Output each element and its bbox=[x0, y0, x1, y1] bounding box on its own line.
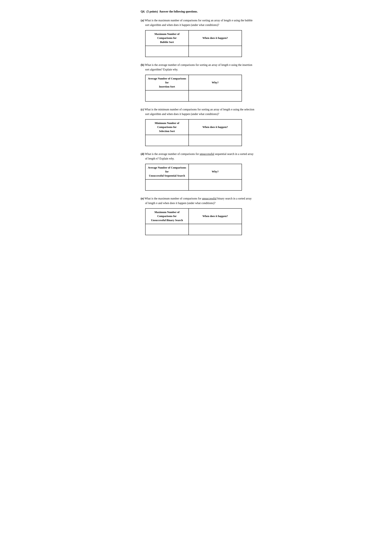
table-c-answer-row bbox=[145, 135, 242, 146]
var-n-a: n bbox=[232, 19, 233, 22]
sub-question-e: (e) What is the maximum number of compar… bbox=[141, 196, 255, 235]
table-d-col2-header: Why? bbox=[189, 164, 242, 180]
sub-question-e-text: (e) What is the maximum number of compar… bbox=[141, 196, 255, 206]
table-a-col2-header: When does it happen? bbox=[189, 30, 242, 46]
table-a-answer-row bbox=[145, 46, 242, 57]
sub-question-b: (b) What is the average number of compar… bbox=[141, 63, 255, 102]
table-a-header-row: Maximum Number of Comparisons forBubble … bbox=[145, 30, 242, 46]
table-b-header-row: Average Number of Comparisons forInserti… bbox=[145, 75, 242, 90]
table-d-header-row: Average Number of Comparisons forUnsucce… bbox=[145, 164, 242, 180]
var-n-b: n bbox=[229, 63, 231, 67]
question-header: Q4. (5 points) Answer the following ques… bbox=[141, 9, 255, 14]
table-b-col1-answer bbox=[145, 90, 189, 101]
sub-question-c: (c) What is the minimum number of compar… bbox=[141, 107, 255, 146]
table-e-col2-answer bbox=[189, 224, 242, 235]
table-d-col2-answer bbox=[189, 180, 242, 190]
table-e-col1-answer bbox=[145, 224, 189, 235]
sub-label-e: (e) bbox=[141, 197, 144, 200]
table-e-col1-header: Maximum Number of Comparisons forUnsucce… bbox=[145, 208, 189, 224]
sub-question-d: (d) What is the average number of compar… bbox=[141, 152, 255, 191]
sub-label-a: (a) bbox=[141, 19, 144, 22]
sub-question-a: (a) What is the maximum number of compar… bbox=[141, 18, 255, 57]
table-b: Average Number of Comparisons forInserti… bbox=[145, 75, 242, 102]
table-container-e: Maximum Number of Comparisons forUnsucce… bbox=[141, 208, 255, 235]
table-b-col1-header: Average Number of Comparisons forInserti… bbox=[145, 75, 189, 90]
question-points: (5 points) bbox=[147, 10, 158, 13]
table-a: Maximum Number of Comparisons forBubble … bbox=[145, 30, 242, 57]
sub-label-b: (b) bbox=[141, 63, 144, 67]
table-a-col1-header: Maximum Number of Comparisons forBubble … bbox=[145, 30, 189, 46]
table-container-c: Minimum Number of Comparisons forSelecti… bbox=[141, 119, 255, 146]
table-c-header-row: Minimum Number of Comparisons forSelecti… bbox=[145, 119, 242, 135]
table-container-a: Maximum Number of Comparisons forBubble … bbox=[141, 30, 255, 57]
unsuccessful-e: unsuccessful bbox=[202, 197, 217, 200]
var-n-e: n bbox=[156, 201, 158, 205]
sub-question-a-text: (a) What is the maximum number of compar… bbox=[141, 18, 255, 27]
table-e-answer-row bbox=[145, 224, 242, 235]
table-c-col2-header: When does it happen? bbox=[189, 119, 242, 135]
table-d-col1-answer bbox=[145, 180, 189, 190]
table-d-col1-header: Average Number of Comparisons forUnsucce… bbox=[145, 164, 189, 180]
table-b-col2-answer bbox=[189, 90, 242, 101]
table-d: Average Number of Comparisons forUnsucce… bbox=[145, 164, 242, 191]
sub-question-b-text: (b) What is the average number of compar… bbox=[141, 63, 255, 72]
table-container-d: Average Number of Comparisons forUnsucce… bbox=[141, 164, 255, 191]
table-a-col2-answer bbox=[189, 46, 242, 57]
table-d-answer-row bbox=[145, 180, 242, 190]
question-number: Q4. bbox=[141, 10, 145, 13]
table-b-answer-row bbox=[145, 90, 242, 101]
sub-label-d: (d) bbox=[141, 152, 144, 156]
table-e-col2-header: When does it happen? bbox=[189, 208, 242, 224]
table-c-col1-answer bbox=[145, 135, 189, 146]
table-c: Minimum Number of Comparisons forSelecti… bbox=[145, 119, 242, 146]
question-instruction: Answer the following questions. bbox=[159, 10, 198, 13]
sub-question-d-text: (d) What is the average number of compar… bbox=[141, 152, 255, 161]
var-n-c: n bbox=[231, 108, 232, 111]
table-e-header-row: Maximum Number of Comparisons forUnsucce… bbox=[145, 208, 242, 224]
unsuccessful-d: unsuccessful bbox=[200, 152, 214, 156]
var-n-d: n bbox=[156, 157, 158, 160]
sub-question-c-text: (c) What is the minimum number of compar… bbox=[141, 107, 255, 116]
table-a-col1-answer bbox=[145, 46, 189, 57]
table-c-col1-header: Minimum Number of Comparisons forSelecti… bbox=[145, 119, 189, 135]
table-container-b: Average Number of Comparisons forInserti… bbox=[141, 75, 255, 102]
sub-label-c: (c) bbox=[141, 108, 144, 111]
table-c-col2-answer bbox=[189, 135, 242, 146]
table-b-col2-header: Why? bbox=[189, 75, 242, 90]
table-e: Maximum Number of Comparisons forUnsucce… bbox=[145, 208, 242, 235]
